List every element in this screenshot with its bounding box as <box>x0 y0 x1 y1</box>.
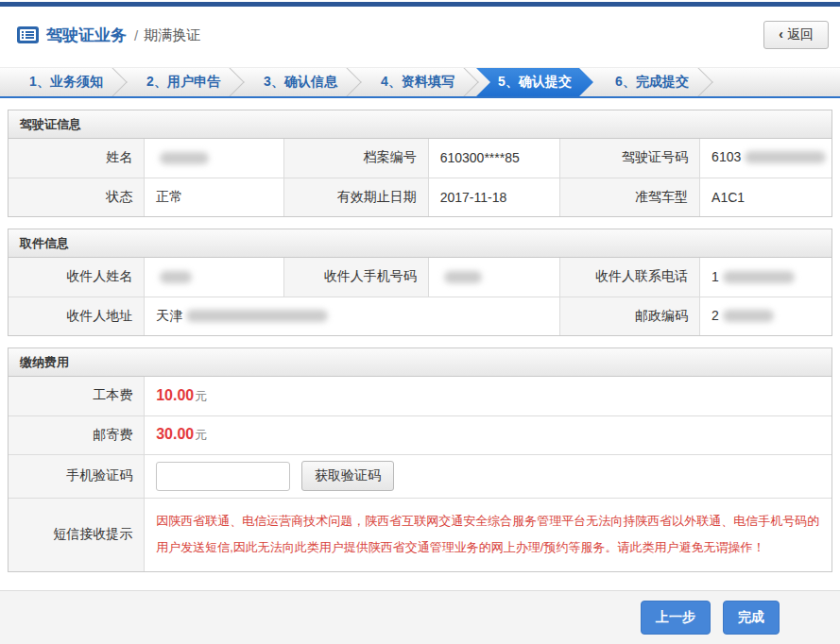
table-row: 工本费 10.00元 <box>9 377 831 415</box>
sms-notice-cell: 因陕西省联通、电信运营商技术问题，陕西省互联网交通安全综合服务管理平台无法向持陕… <box>145 498 831 571</box>
recipient-phone-value: 1 <box>700 258 831 297</box>
redacted-value <box>160 271 192 283</box>
postal-code-label: 邮政编码 <box>560 297 700 335</box>
table-row: 手机验证码 获取验证码 <box>9 454 831 498</box>
footer-action-bar: 上一步 完成 <box>0 590 840 644</box>
wizard-steps: 1、业务须知 2、用户申告 3、确认信息 4、资料填写 5、确认提交 6、完成提… <box>0 67 840 98</box>
expiry-label: 有效期止日期 <box>284 178 428 216</box>
recipient-mobile-value <box>428 258 559 297</box>
recipient-name-value <box>145 258 284 297</box>
page-title: 驾驶证业务 <box>46 25 127 46</box>
step-label: 3、确认信息 <box>264 74 337 91</box>
postal-code-visible: 2 <box>711 308 719 323</box>
redacted-value <box>160 152 209 164</box>
status-label: 状态 <box>9 178 145 216</box>
table-row: 邮寄费 30.00元 <box>9 415 831 454</box>
expiry-value: 2017-11-18 <box>428 178 559 216</box>
section-title-license: 驾驶证信息 <box>9 110 831 139</box>
recipient-phone-visible: 1 <box>711 269 719 284</box>
section-title-fees: 缴纳费用 <box>9 348 831 377</box>
breadcrumb-divider: / <box>134 27 138 43</box>
step-bar-filler <box>711 68 840 96</box>
recipient-address-value: 天津 <box>145 297 560 335</box>
recipient-mobile-label: 收件人手机号码 <box>284 258 428 297</box>
step-1-business-notice[interactable]: 1、业务须知 <box>8 68 125 96</box>
step-label: 5、确认提交 <box>498 74 572 91</box>
sms-code-input[interactable] <box>156 462 290 491</box>
footer-gap <box>0 572 840 590</box>
recipient-phone-label: 收件人联系电话 <box>560 258 700 297</box>
name-label: 姓名 <box>9 139 145 178</box>
step-6-finish-submit[interactable]: 6、完成提交 <box>593 68 711 96</box>
redacted-value <box>723 271 795 283</box>
section-title-pickup: 取件信息 <box>9 229 831 258</box>
step-label: 6、完成提交 <box>615 74 689 91</box>
production-fee-unit: 元 <box>195 389 207 403</box>
license-info-table: 姓名 档案编号 610300****85 驾驶证号码 6103（ 状态 正常 有… <box>9 139 831 216</box>
back-button[interactable]: ‹返回 <box>763 21 829 49</box>
vehicle-class-label: 准驾车型 <box>560 178 700 216</box>
redacted-value <box>745 151 826 163</box>
step-3-confirm-info[interactable]: 3、确认信息 <box>242 68 359 96</box>
postage-fee-label: 邮寄费 <box>9 415 145 454</box>
table-row: 姓名 档案编号 610300****85 驾驶证号码 6103（ <box>9 139 831 178</box>
name-value <box>145 139 284 178</box>
table-row: 短信接收提示 因陕西省联通、电信运营商技术问题，陕西省互联网交通安全综合服务管理… <box>9 498 831 571</box>
pickup-info-table: 收件人姓名 收件人手机号码 收件人联系电话 1 收件人地址 天津 邮政编码 2 <box>9 258 831 335</box>
redacted-value <box>723 310 774 322</box>
step-4-fill-data[interactable]: 4、资料填写 <box>359 68 476 96</box>
postal-code-value: 2 <box>700 297 831 335</box>
sms-code-cell: 获取验证码 <box>145 454 831 498</box>
back-button-label: 返回 <box>787 26 814 42</box>
step-label: 4、资料填写 <box>381 74 454 91</box>
sms-code-label: 手机验证码 <box>9 454 145 498</box>
section-license-info: 驾驶证信息 姓名 档案编号 610300****85 驾驶证号码 6103（ 状… <box>8 110 832 217</box>
postage-fee-amount: 30.00 <box>156 426 194 442</box>
recipient-address-label: 收件人地址 <box>9 297 145 335</box>
license-number-visible: 6103 <box>711 149 741 164</box>
fees-table: 工本费 10.00元 邮寄费 30.00元 手机验证码 获取验证码 短信接收提示… <box>9 377 831 571</box>
previous-step-button[interactable]: 上一步 <box>641 601 711 635</box>
step-label: 1、业务须知 <box>29 74 103 91</box>
table-row: 状态 正常 有效期止日期 2017-11-18 准驾车型 A1C1 <box>9 178 831 216</box>
production-fee-value: 10.00元 <box>145 377 831 415</box>
vehicle-class-value: A1C1 <box>700 178 831 216</box>
recipient-name-label: 收件人姓名 <box>9 258 145 297</box>
table-row: 收件人姓名 收件人手机号码 收件人联系电话 1 <box>9 258 831 297</box>
get-sms-code-button[interactable]: 获取验证码 <box>301 461 394 491</box>
section-fees: 缴纳费用 工本费 10.00元 邮寄费 30.00元 手机验证码 获取验证码 短… <box>8 347 832 572</box>
file-number-value: 610300****85 <box>428 139 559 178</box>
finish-button[interactable]: 完成 <box>723 601 780 635</box>
step-2-user-declaration[interactable]: 2、用户申告 <box>125 68 242 96</box>
license-number-value: 6103（ <box>700 139 831 178</box>
breadcrumb-current: 期满换证 <box>144 26 200 44</box>
table-row: 收件人地址 天津 邮政编码 2 <box>9 297 831 335</box>
status-value: 正常 <box>145 178 284 216</box>
step-5-confirm-submit-active[interactable]: 5、确认提交 <box>476 68 593 96</box>
license-number-label: 驾驶证号码 <box>560 139 700 178</box>
section-pickup-info: 取件信息 收件人姓名 收件人手机号码 收件人联系电话 1 收件人地址 天津 邮政… <box>8 229 832 336</box>
production-fee-amount: 10.00 <box>156 387 194 403</box>
postage-fee-value: 30.00元 <box>145 415 831 454</box>
file-number-label: 档案编号 <box>284 139 428 178</box>
step-label: 2、用户申告 <box>146 74 220 91</box>
list-icon <box>17 26 39 43</box>
redacted-value <box>444 271 482 283</box>
recipient-address-visible: 天津 <box>156 308 182 323</box>
chevron-left-icon: ‹ <box>779 26 783 42</box>
license-number-trailing: （ <box>828 149 831 164</box>
sms-notice-text: 因陕西省联通、电信运营商技术问题，陕西省互联网交通安全综合服务管理平台无法向持陕… <box>156 508 820 562</box>
production-fee-label: 工本费 <box>9 377 145 415</box>
sms-notice-label: 短信接收提示 <box>9 498 145 571</box>
page-header: 驾驶证业务 / 期满换证 ‹返回 <box>0 7 840 62</box>
redacted-value <box>186 310 328 322</box>
postage-fee-unit: 元 <box>195 428 207 442</box>
